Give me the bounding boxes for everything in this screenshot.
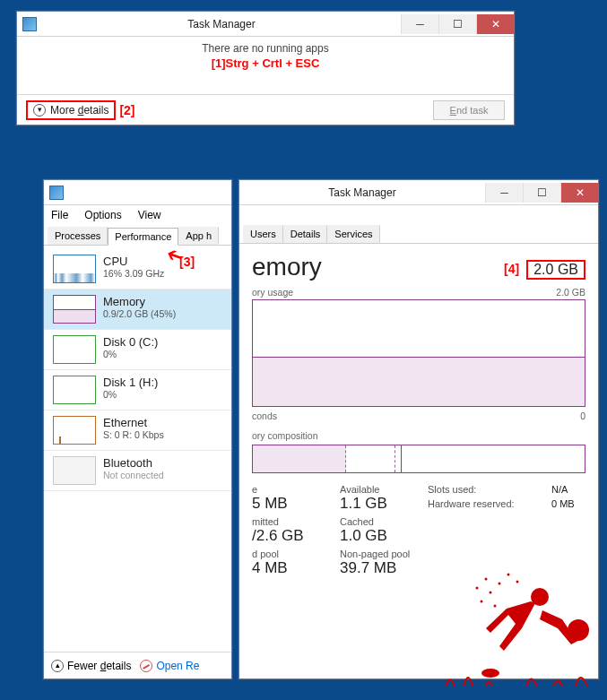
committed-label: mitted [252, 516, 333, 527]
close-button[interactable]: ✕ [560, 183, 598, 203]
maximize-button[interactable]: ☐ [523, 183, 560, 203]
menu-file[interactable]: File [51, 209, 68, 221]
svg-point-7 [485, 578, 488, 581]
chart-xmax: conds [252, 410, 277, 421]
end-task-button[interactable]: End task [433, 100, 505, 120]
composition-label: ory composition [252, 430, 585, 441]
window-title: Task Manager [239, 186, 485, 199]
performance-list: CPU16% 3.09 GHz Memory0.9/2.0 GB (45%) D… [44, 246, 231, 495]
perf-item-memory[interactable]: Memory0.9/2.0 GB (45%) [44, 290, 231, 330]
svg-point-10 [494, 605, 497, 608]
svg-point-1 [568, 619, 589, 641]
svg-point-9 [481, 601, 483, 603]
disk0-label: Disk 0 (C:) [103, 335, 158, 349]
slots-label: Slots used: [428, 484, 544, 495]
nonpaged-pool-value: 39.7 MB [340, 559, 421, 577]
tab-app-history[interactable]: App h [178, 227, 219, 245]
tab-services[interactable]: Services [327, 225, 379, 243]
available-label: Available [340, 484, 421, 495]
no-apps-text: There are no running apps [28, 42, 503, 55]
more-details-label: More details [50, 104, 108, 117]
paged-pool-label: d pool [252, 549, 333, 559]
close-button[interactable]: ✕ [476, 14, 514, 34]
mascot-runner-icon [437, 566, 598, 691]
resource-monitor-icon [140, 660, 152, 672]
chart-zero: 0 [580, 410, 585, 421]
available-value: 1.1 GB [340, 495, 421, 513]
perf-item-ethernet[interactable]: EthernetS: 0 R: 0 Kbps [44, 410, 231, 451]
tab-strip: Users Details Services [239, 223, 598, 244]
cpu-sub: 16% 3.09 GHz [103, 268, 164, 279]
hw-reserved-value: 0 MB [551, 498, 585, 509]
titlebar: Task Manager ─ ☐ ✕ [17, 12, 514, 37]
task-manager-simple-window: Task Manager ─ ☐ ✕ There are no running … [16, 11, 515, 125]
tab-users[interactable]: Users [243, 225, 283, 243]
task-manager-side-window: File Options View Processes Performance … [43, 179, 232, 679]
disk1-label: Disk 1 (H:) [103, 376, 158, 389]
inuse-label: e [252, 484, 333, 495]
perf-item-cpu[interactable]: CPU16% 3.09 GHz [44, 249, 231, 290]
minimize-button[interactable]: ─ [485, 183, 523, 203]
inuse-value: 5 MB [252, 495, 333, 513]
tab-performance[interactable]: Performance [108, 228, 178, 246]
ethernet-sub: S: 0 R: 0 Kbps [103, 429, 164, 440]
menu-view[interactable]: View [138, 209, 161, 221]
disk1-sub: 0% [103, 389, 158, 400]
bluetooth-sparkline-icon [53, 456, 96, 485]
chevron-up-icon: ▴ [51, 660, 64, 672]
tab-processes[interactable]: Processes [48, 227, 108, 245]
ethernet-label: Ethernet [103, 416, 164, 429]
menu-bar: File Options View [44, 205, 231, 225]
memory-label: Memory [103, 295, 176, 308]
open-rm-label: Open Re [156, 660, 199, 672]
cached-label: Cached [340, 516, 421, 527]
cached-value: 1.0 GB [340, 527, 421, 545]
annotation-1: [1]Strg + Crtl + ESC [28, 56, 503, 70]
chart-ymax: 2.0 GB [556, 287, 585, 298]
titlebar: Task Manager ─ ☐ ✕ [239, 180, 598, 205]
perf-item-disk0[interactable]: Disk 0 (C:)0% [44, 330, 231, 370]
minimize-button[interactable]: ─ [401, 14, 438, 34]
annotation-4: [4] [504, 262, 519, 276]
svg-point-6 [490, 592, 492, 594]
annotation-2: [2] [119, 103, 134, 117]
memory-sub: 0.9/2.0 GB (45%) [103, 308, 176, 319]
usage-label: ory usage [252, 287, 293, 298]
perf-item-disk1[interactable]: Disk 1 (H:)0% [44, 370, 231, 410]
bluetooth-label: Bluetooth [103, 456, 164, 470]
slots-value: N/A [551, 484, 585, 495]
disk-sparkline-icon [53, 376, 96, 404]
fewer-details-label: Fewer details [67, 660, 131, 672]
memory-sparkline-icon [53, 295, 96, 324]
app-icon [22, 17, 37, 31]
disk-sparkline-icon [53, 335, 96, 364]
tab-strip: Processes Performance App h [44, 225, 231, 246]
chevron-down-icon: ▾ [33, 104, 46, 117]
memory-usage-chart [252, 299, 585, 407]
committed-value: /2.6 GB [252, 527, 333, 545]
cpu-label: CPU [103, 255, 164, 268]
menu-options[interactable]: Options [84, 209, 121, 221]
svg-point-8 [476, 587, 479, 590]
fewer-details-button[interactable]: ▴ Fewer details [51, 660, 131, 672]
memory-composition-bar [252, 445, 585, 473]
hw-reserved-label: Hardware reserved: [428, 498, 544, 509]
total-memory-value: 2.0 GB [526, 260, 585, 280]
svg-point-3 [499, 583, 501, 585]
bluetooth-sub: Not connected [103, 470, 164, 480]
perf-item-bluetooth[interactable]: BluetoothNot connected [44, 451, 231, 491]
cpu-sparkline-icon [53, 255, 96, 283]
disk0-sub: 0% [103, 349, 158, 359]
app-icon [49, 186, 64, 200]
maximize-button[interactable]: ☐ [438, 14, 476, 34]
ethernet-sparkline-icon [53, 416, 96, 445]
titlebar [44, 180, 231, 205]
tab-details[interactable]: Details [283, 225, 328, 243]
open-resource-monitor-link[interactable]: Open Re [140, 660, 199, 672]
window-title: Task Manager [42, 18, 401, 30]
svg-point-5 [516, 581, 519, 583]
svg-point-4 [507, 574, 510, 576]
paged-pool-value: 4 MB [252, 559, 333, 577]
nonpaged-pool-label: Non-paged pool [340, 549, 421, 559]
more-details-button[interactable]: ▾ More details [26, 100, 116, 120]
